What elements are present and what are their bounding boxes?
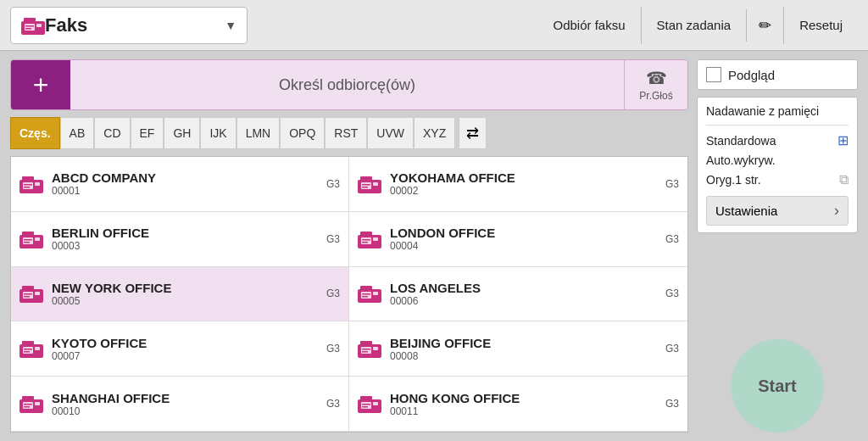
contact-item[interactable]: BEIJING OFFICE00008G3 — [349, 321, 687, 377]
alpha-tab-opq[interactable]: OPQ — [280, 117, 325, 149]
reset-button[interactable]: Resetuj — [783, 7, 858, 44]
contact-number: 00003 — [52, 240, 320, 252]
orig-label: Oryg.1 str. — [706, 173, 761, 187]
alpha-tab-ab[interactable]: AB — [60, 117, 95, 149]
contact-tag: G3 — [659, 287, 679, 299]
contact-name: KYOTO OFFICE — [52, 336, 320, 350]
contact-info: BERLIN OFFICE00003 — [52, 226, 320, 252]
memory-row: Nadawanie z pamięci — [706, 104, 849, 118]
contact-name: ABCD COMPANY — [52, 170, 320, 185]
contact-tag: G3 — [320, 287, 340, 299]
contact-info: NEW YORK OFFICE00005 — [52, 281, 320, 307]
alpha-tab-lmn[interactable]: LMN — [236, 117, 281, 149]
receive-fax-button[interactable]: Odbiór faksu — [538, 7, 641, 44]
contact-tag: G3 — [659, 233, 679, 245]
contact-tag: G3 — [320, 343, 340, 354]
contact-list: ABCD COMPANY00001G3YOKOHAMA OFFICE00002G… — [10, 156, 688, 433]
edit-icon[interactable]: ✏ — [746, 9, 783, 42]
page-icon: ⧉ — [839, 172, 849, 187]
top-actions: Odbiór faksu Stan zadania ✏ Resetuj — [538, 7, 858, 44]
voice-call-label: Pr.Głoś — [639, 90, 672, 102]
alpha-tab-częs.[interactable]: Częs. — [10, 117, 60, 149]
main-content: + Określ odbiorcę(ów) ☎ Pr.Głoś Częs.ABC… — [0, 51, 868, 441]
fax-icon — [19, 339, 43, 358]
fax-icon — [358, 284, 381, 303]
contact-item[interactable]: KYOTO OFFICE00007G3 — [11, 321, 349, 377]
contact-info: BEIJING OFFICE00008 — [390, 336, 659, 362]
contact-name: BEIJING OFFICE — [390, 336, 659, 350]
standard-row[interactable]: Standardowa ⊞ — [706, 132, 849, 148]
voice-call-button[interactable]: ☎ Pr.Głoś — [624, 60, 687, 109]
recipient-placeholder[interactable]: Określ odbiorcę(ów) — [70, 60, 624, 109]
fax-icon — [19, 175, 43, 193]
alpha-tab-cd[interactable]: CD — [94, 117, 130, 149]
contact-info: SHANGHAI OFFICE00010 — [52, 391, 320, 417]
alpha-tab-gh[interactable]: GH — [164, 117, 200, 149]
fax-icon — [358, 339, 381, 358]
contact-item[interactable]: YOKOHAMA OFFICE00002G3 — [349, 157, 687, 212]
contact-item[interactable]: LOS ANGELES00006G3 — [349, 267, 687, 322]
autodetect-label: Auto.wykryw. — [706, 154, 776, 167]
alphabet-tabs: Częs.ABCDEFGHIJKLMNOPQRSTUVWXYZ⇄ — [10, 117, 688, 149]
fax-icon — [19, 230, 43, 248]
contact-item[interactable]: LONDON OFFICE00004G3 — [349, 212, 687, 267]
settings-panel: Nadawanie z pamięci Standardowa ⊞ Auto.w… — [697, 97, 858, 233]
contact-tag: G3 — [659, 178, 679, 190]
add-recipient-button[interactable]: + — [11, 60, 70, 109]
contact-tag: G3 — [320, 233, 340, 245]
contact-item[interactable]: SHANGHAI OFFICE00010G3 — [11, 377, 349, 432]
contact-item[interactable]: NEW YORK OFFICE00005G3 — [11, 267, 349, 322]
contact-number: 00006 — [390, 295, 659, 307]
recipient-bar: + Określ odbiorcę(ów) ☎ Pr.Głoś — [10, 59, 688, 110]
contact-info: KYOTO OFFICE00007 — [52, 336, 320, 362]
autodetect-row: Auto.wykryw. — [706, 154, 849, 167]
start-button[interactable]: Start — [731, 339, 824, 433]
top-bar: Faks ▼ Odbiór faksu Stan zadania ✏ Reset… — [0, 0, 868, 51]
contact-number: 00001 — [52, 185, 320, 197]
contact-tag: G3 — [659, 398, 679, 410]
fax-icon — [19, 394, 43, 413]
contact-info: ABCD COMPANY00001 — [52, 170, 320, 197]
memory-label: Nadawanie z pamięci — [706, 104, 819, 118]
app-title-bar: Faks ▼ — [10, 7, 248, 44]
contact-info: LONDON OFFICE00004 — [390, 226, 659, 252]
preview-checkbox[interactable] — [706, 67, 721, 82]
alpha-tab-rst[interactable]: RST — [325, 117, 367, 149]
preview-label: Podgląd — [728, 68, 775, 82]
settings-button-label: Ustawienia — [715, 204, 777, 218]
contact-name: LONDON OFFICE — [390, 226, 659, 240]
contact-tag: G3 — [320, 398, 340, 410]
refresh-icon[interactable]: ⇄ — [459, 117, 487, 149]
contact-item[interactable]: HONG KONG OFFICE00011G3 — [349, 377, 687, 432]
job-status-button[interactable]: Stan zadania — [641, 7, 747, 44]
contact-number: 00002 — [390, 185, 659, 197]
fax-icon — [358, 230, 381, 248]
divider1 — [706, 125, 849, 126]
settings-arrow-icon: › — [834, 202, 839, 220]
contact-info: HONG KONG OFFICE00011 — [390, 391, 659, 417]
contact-item[interactable]: ABCD COMPANY00001G3 — [11, 157, 349, 212]
contact-name: LOS ANGELES — [390, 281, 659, 295]
contact-tag: G3 — [659, 343, 679, 354]
settings-button[interactable]: Ustawienia › — [706, 196, 849, 226]
alpha-tab-ef[interactable]: EF — [131, 117, 164, 149]
fax-icon — [358, 394, 381, 413]
alpha-tab-xyz[interactable]: XYZ — [414, 117, 455, 149]
alpha-tab-uvw[interactable]: UVW — [367, 117, 414, 149]
dropdown-arrow-icon: ▼ — [225, 19, 236, 32]
contact-name: BERLIN OFFICE — [52, 226, 320, 240]
contact-number: 00010 — [52, 405, 320, 417]
contact-name: HONG KONG OFFICE — [390, 391, 659, 405]
contact-number: 00007 — [52, 350, 320, 362]
alpha-tab-ijk[interactable]: IJK — [200, 117, 236, 149]
contact-number: 00008 — [390, 350, 659, 362]
app-title: Faks — [45, 14, 218, 36]
phone-icon: ☎ — [646, 68, 667, 88]
fax-icon-title — [21, 16, 45, 35]
contact-item[interactable]: BERLIN OFFICE00003G3 — [11, 212, 349, 267]
fax-icon — [19, 284, 43, 303]
contact-name: NEW YORK OFFICE — [52, 281, 320, 295]
contact-number: 00005 — [52, 295, 320, 307]
standard-label: Standardowa — [706, 134, 776, 148]
contact-info: YOKOHAMA OFFICE00002 — [390, 170, 659, 197]
